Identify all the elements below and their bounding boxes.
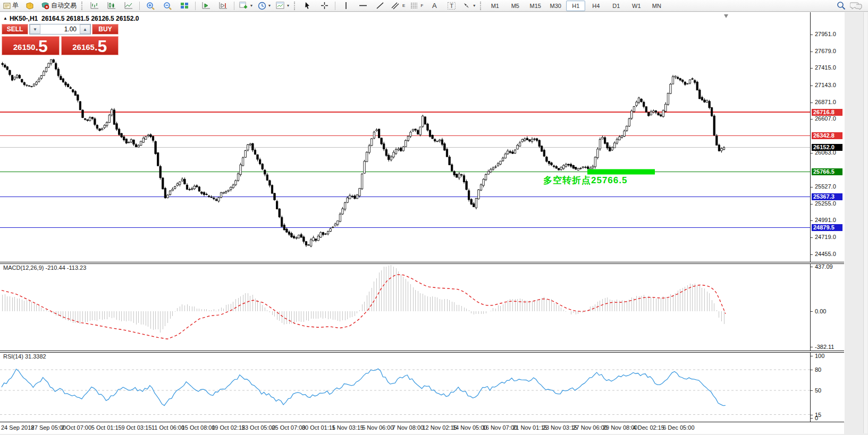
axis-tick-mark [811, 220, 813, 221]
macd-tick-label: 0.00 [815, 308, 826, 314]
horizontal-line-tool-button[interactable] [355, 0, 371, 12]
trendline-icon [376, 2, 384, 10]
dropdown-caret-icon[interactable] [268, 3, 271, 8]
equidistant-channel-tool-button[interactable]: E [389, 0, 407, 12]
toolbar-grip[interactable] [81, 2, 84, 10]
price-line-badge: 26342.8 [812, 132, 842, 139]
zoom-out-icon [163, 2, 172, 10]
toolbar-grip[interactable] [294, 2, 297, 10]
line-chart-button[interactable] [121, 0, 137, 12]
zoom-out-button[interactable] [159, 0, 175, 12]
chart-canvas[interactable] [0, 12, 844, 433]
new-order-button[interactable]: 单 [1, 0, 21, 12]
line-chart-icon [124, 2, 133, 10]
timeframe-MN[interactable]: MN [647, 1, 666, 11]
horizontal-price-lines[interactable] [0, 112, 810, 227]
time-axis-label: 11 Oct 06:00 [151, 424, 184, 431]
candlestick-icon [107, 2, 116, 10]
time-axis[interactable]: 24 Sep 201827 Sep 05:002 Oct 07:005 Oct … [0, 422, 844, 434]
volume-decrease-button[interactable]: ▼ [30, 24, 40, 34]
text-label-tool-button[interactable]: T [443, 0, 459, 12]
toolbar-separator [195, 2, 196, 10]
axis-tick-mark [811, 204, 813, 204]
trendline-tool-button[interactable] [372, 0, 388, 12]
new-chart-button[interactable] [237, 0, 255, 12]
toolbar-grip[interactable] [480, 2, 483, 10]
price-tick-label: 24719.0 [815, 234, 836, 240]
price-tick-label: 27143.0 [815, 82, 836, 88]
time-axis-label: 23 Oct 05:00 [242, 424, 275, 431]
volume-increase-button[interactable]: ▲ [80, 24, 90, 34]
timeframe-M15[interactable]: M15 [526, 1, 545, 11]
timeframe-M30[interactable]: M30 [546, 1, 565, 11]
chat-icon[interactable] [850, 2, 863, 10]
macd-histogram [3, 265, 724, 332]
templates-button[interactable] [274, 0, 291, 12]
cursor-tool-button[interactable] [299, 0, 315, 12]
price-tick-label: 27415.0 [815, 64, 836, 71]
new-order-label: 单 [12, 1, 19, 10]
volume-input[interactable]: 1.00 [40, 24, 80, 34]
vertical-line-tool-button[interactable] [338, 0, 354, 12]
zoom-in-icon [146, 2, 155, 10]
bid-price-badge: 26152.0 [812, 144, 842, 151]
time-axis-label: 25 Oct 07:00 [272, 424, 305, 431]
timeframe-H1[interactable]: H1 [566, 1, 585, 11]
auto-scroll-icon [202, 2, 210, 10]
channel-icon [391, 2, 401, 10]
dropdown-caret-icon[interactable] [473, 3, 475, 8]
bar-chart-button[interactable] [87, 0, 103, 12]
chart-shift-icon [219, 2, 227, 10]
price-tick-label: 26871.0 [815, 99, 836, 105]
vertical-scrollbar[interactable] [863, 12, 867, 433]
tile-windows-button[interactable] [176, 0, 192, 12]
timeframe-W1[interactable]: W1 [627, 1, 646, 11]
svg-text:T: T [450, 3, 453, 9]
history-center-button[interactable] [22, 0, 38, 12]
axis-tick-mark [811, 187, 813, 187]
price-line-badge: 24879.5 [812, 224, 842, 231]
search-icon[interactable] [837, 1, 846, 10]
axis-tick-mark [811, 267, 813, 267]
pane-divider-macd[interactable] [0, 262, 844, 264]
chart-shift-marker-icon[interactable] [724, 14, 728, 18]
sell-price-tile[interactable]: 26150.5 [2, 36, 60, 55]
macd-tick-label: -382.11 [815, 344, 835, 350]
timeframe-H4[interactable]: H4 [586, 1, 605, 11]
timeframe-M1[interactable]: M1 [485, 1, 504, 11]
macd-indicator-label: MACD(12,26,9) -210.44 -113.23 [3, 265, 86, 271]
chart-title: ▲HK50-,H1 26164.5 26181.5 26126.5 26152.… [3, 15, 139, 22]
buy-button[interactable]: BUY [92, 24, 119, 35]
price-line-badge: 25367.3 [812, 193, 842, 200]
autotrading-button[interactable]: 自动交易 [39, 0, 79, 12]
text-tool-button[interactable]: A [426, 0, 442, 12]
axis-tick-mark [811, 370, 813, 370]
timeframe-D1[interactable]: D1 [606, 1, 626, 11]
auto-scroll-button[interactable] [198, 0, 214, 12]
chart-shift-button[interactable] [215, 0, 231, 12]
periods-button[interactable] [256, 0, 273, 12]
pane-divider-rsi[interactable] [0, 351, 844, 353]
axis-tick-mark [811, 356, 813, 356]
fibonacci-tool-button[interactable]: F [408, 0, 425, 12]
price-tick-label: 27679.0 [815, 48, 836, 54]
arrows-tool-button[interactable] [460, 0, 477, 12]
axis-tick-mark [811, 390, 813, 391]
price-axis[interactable]: 27951.027679.027415.027143.026871.026607… [810, 12, 845, 422]
time-axis-label: 19 Oct 02:15 [212, 424, 245, 431]
axis-tick-mark [811, 254, 813, 255]
order-ticket-icon [3, 2, 11, 10]
timeframe-M5[interactable]: M5 [505, 1, 525, 11]
pivot-highlight-bar[interactable] [587, 169, 655, 175]
dropdown-caret-icon[interactable] [250, 3, 252, 8]
sell-button[interactable]: SELL [2, 24, 28, 35]
candlestick-chart-button[interactable] [104, 0, 120, 12]
buy-price-tile[interactable]: 26165.5 [61, 36, 119, 55]
zoom-in-button[interactable] [142, 0, 158, 12]
tile-windows-icon [180, 2, 189, 10]
rsi-line [2, 369, 726, 405]
dropdown-caret-icon[interactable] [287, 3, 289, 8]
axis-tick-mark [811, 68, 813, 69]
crosshair-tool-button[interactable] [316, 0, 332, 12]
timeframe-toolbar: M1M5M15M30H1H4D1W1MN [485, 1, 666, 11]
